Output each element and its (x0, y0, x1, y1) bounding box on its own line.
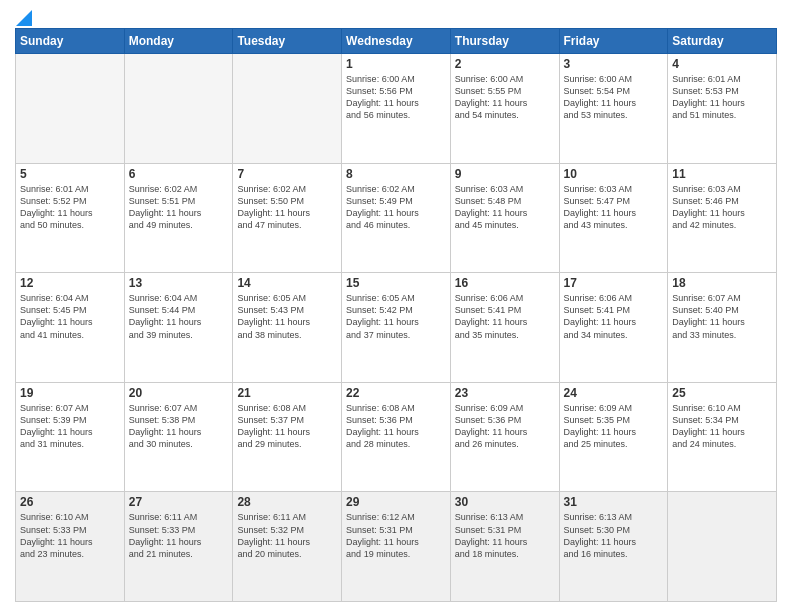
header (15, 10, 777, 22)
day-info: Sunrise: 6:08 AM Sunset: 5:36 PM Dayligh… (346, 402, 446, 451)
calendar: SundayMondayTuesdayWednesdayThursdayFrid… (15, 28, 777, 602)
day-cell: 22Sunrise: 6:08 AM Sunset: 5:36 PM Dayli… (342, 382, 451, 492)
col-header-sunday: Sunday (16, 29, 125, 54)
day-cell: 8Sunrise: 6:02 AM Sunset: 5:49 PM Daylig… (342, 163, 451, 273)
day-cell: 17Sunrise: 6:06 AM Sunset: 5:41 PM Dayli… (559, 273, 668, 383)
day-number: 28 (237, 495, 337, 509)
day-number: 11 (672, 167, 772, 181)
day-number: 30 (455, 495, 555, 509)
day-cell (668, 492, 777, 602)
day-number: 24 (564, 386, 664, 400)
day-number: 31 (564, 495, 664, 509)
day-cell: 31Sunrise: 6:13 AM Sunset: 5:30 PM Dayli… (559, 492, 668, 602)
day-info: Sunrise: 6:02 AM Sunset: 5:50 PM Dayligh… (237, 183, 337, 232)
logo-icon (16, 10, 32, 26)
day-number: 2 (455, 57, 555, 71)
day-number: 25 (672, 386, 772, 400)
day-cell: 24Sunrise: 6:09 AM Sunset: 5:35 PM Dayli… (559, 382, 668, 492)
day-number: 19 (20, 386, 120, 400)
day-cell: 7Sunrise: 6:02 AM Sunset: 5:50 PM Daylig… (233, 163, 342, 273)
day-number: 9 (455, 167, 555, 181)
calendar-header-row: SundayMondayTuesdayWednesdayThursdayFrid… (16, 29, 777, 54)
day-cell: 21Sunrise: 6:08 AM Sunset: 5:37 PM Dayli… (233, 382, 342, 492)
week-row-0: 1Sunrise: 6:00 AM Sunset: 5:56 PM Daylig… (16, 54, 777, 164)
col-header-wednesday: Wednesday (342, 29, 451, 54)
day-number: 27 (129, 495, 229, 509)
day-number: 7 (237, 167, 337, 181)
day-info: Sunrise: 6:07 AM Sunset: 5:40 PM Dayligh… (672, 292, 772, 341)
day-info: Sunrise: 6:01 AM Sunset: 5:52 PM Dayligh… (20, 183, 120, 232)
day-info: Sunrise: 6:01 AM Sunset: 5:53 PM Dayligh… (672, 73, 772, 122)
week-row-3: 19Sunrise: 6:07 AM Sunset: 5:39 PM Dayli… (16, 382, 777, 492)
day-cell (16, 54, 125, 164)
day-cell (124, 54, 233, 164)
day-cell: 19Sunrise: 6:07 AM Sunset: 5:39 PM Dayli… (16, 382, 125, 492)
day-cell: 27Sunrise: 6:11 AM Sunset: 5:33 PM Dayli… (124, 492, 233, 602)
day-info: Sunrise: 6:07 AM Sunset: 5:38 PM Dayligh… (129, 402, 229, 451)
day-info: Sunrise: 6:10 AM Sunset: 5:33 PM Dayligh… (20, 511, 120, 560)
day-info: Sunrise: 6:11 AM Sunset: 5:32 PM Dayligh… (237, 511, 337, 560)
day-info: Sunrise: 6:10 AM Sunset: 5:34 PM Dayligh… (672, 402, 772, 451)
day-number: 8 (346, 167, 446, 181)
day-info: Sunrise: 6:03 AM Sunset: 5:48 PM Dayligh… (455, 183, 555, 232)
day-cell: 20Sunrise: 6:07 AM Sunset: 5:38 PM Dayli… (124, 382, 233, 492)
day-number: 3 (564, 57, 664, 71)
day-number: 4 (672, 57, 772, 71)
day-info: Sunrise: 6:07 AM Sunset: 5:39 PM Dayligh… (20, 402, 120, 451)
day-number: 22 (346, 386, 446, 400)
day-info: Sunrise: 6:03 AM Sunset: 5:47 PM Dayligh… (564, 183, 664, 232)
day-info: Sunrise: 6:02 AM Sunset: 5:49 PM Dayligh… (346, 183, 446, 232)
day-number: 12 (20, 276, 120, 290)
day-info: Sunrise: 6:02 AM Sunset: 5:51 PM Dayligh… (129, 183, 229, 232)
day-number: 10 (564, 167, 664, 181)
day-cell: 15Sunrise: 6:05 AM Sunset: 5:42 PM Dayli… (342, 273, 451, 383)
day-cell (233, 54, 342, 164)
week-row-2: 12Sunrise: 6:04 AM Sunset: 5:45 PM Dayli… (16, 273, 777, 383)
day-info: Sunrise: 6:08 AM Sunset: 5:37 PM Dayligh… (237, 402, 337, 451)
day-cell: 9Sunrise: 6:03 AM Sunset: 5:48 PM Daylig… (450, 163, 559, 273)
day-info: Sunrise: 6:05 AM Sunset: 5:42 PM Dayligh… (346, 292, 446, 341)
col-header-friday: Friday (559, 29, 668, 54)
day-number: 29 (346, 495, 446, 509)
week-row-1: 5Sunrise: 6:01 AM Sunset: 5:52 PM Daylig… (16, 163, 777, 273)
day-info: Sunrise: 6:04 AM Sunset: 5:45 PM Dayligh… (20, 292, 120, 341)
day-info: Sunrise: 6:06 AM Sunset: 5:41 PM Dayligh… (455, 292, 555, 341)
day-number: 6 (129, 167, 229, 181)
day-info: Sunrise: 6:12 AM Sunset: 5:31 PM Dayligh… (346, 511, 446, 560)
day-cell: 18Sunrise: 6:07 AM Sunset: 5:40 PM Dayli… (668, 273, 777, 383)
day-cell: 2Sunrise: 6:00 AM Sunset: 5:55 PM Daylig… (450, 54, 559, 164)
day-cell: 28Sunrise: 6:11 AM Sunset: 5:32 PM Dayli… (233, 492, 342, 602)
day-cell: 1Sunrise: 6:00 AM Sunset: 5:56 PM Daylig… (342, 54, 451, 164)
day-cell: 13Sunrise: 6:04 AM Sunset: 5:44 PM Dayli… (124, 273, 233, 383)
day-cell: 23Sunrise: 6:09 AM Sunset: 5:36 PM Dayli… (450, 382, 559, 492)
day-info: Sunrise: 6:03 AM Sunset: 5:46 PM Dayligh… (672, 183, 772, 232)
day-number: 26 (20, 495, 120, 509)
col-header-thursday: Thursday (450, 29, 559, 54)
day-cell: 10Sunrise: 6:03 AM Sunset: 5:47 PM Dayli… (559, 163, 668, 273)
day-info: Sunrise: 6:00 AM Sunset: 5:55 PM Dayligh… (455, 73, 555, 122)
week-row-4: 26Sunrise: 6:10 AM Sunset: 5:33 PM Dayli… (16, 492, 777, 602)
day-cell: 14Sunrise: 6:05 AM Sunset: 5:43 PM Dayli… (233, 273, 342, 383)
day-number: 23 (455, 386, 555, 400)
day-info: Sunrise: 6:06 AM Sunset: 5:41 PM Dayligh… (564, 292, 664, 341)
day-number: 21 (237, 386, 337, 400)
day-cell: 4Sunrise: 6:01 AM Sunset: 5:53 PM Daylig… (668, 54, 777, 164)
day-cell: 3Sunrise: 6:00 AM Sunset: 5:54 PM Daylig… (559, 54, 668, 164)
day-cell: 12Sunrise: 6:04 AM Sunset: 5:45 PM Dayli… (16, 273, 125, 383)
logo (15, 10, 33, 22)
day-number: 20 (129, 386, 229, 400)
col-header-tuesday: Tuesday (233, 29, 342, 54)
day-info: Sunrise: 6:05 AM Sunset: 5:43 PM Dayligh… (237, 292, 337, 341)
col-header-saturday: Saturday (668, 29, 777, 54)
day-info: Sunrise: 6:04 AM Sunset: 5:44 PM Dayligh… (129, 292, 229, 341)
day-number: 5 (20, 167, 120, 181)
day-number: 18 (672, 276, 772, 290)
col-header-monday: Monday (124, 29, 233, 54)
day-info: Sunrise: 6:09 AM Sunset: 5:35 PM Dayligh… (564, 402, 664, 451)
day-number: 17 (564, 276, 664, 290)
day-cell: 6Sunrise: 6:02 AM Sunset: 5:51 PM Daylig… (124, 163, 233, 273)
day-cell: 29Sunrise: 6:12 AM Sunset: 5:31 PM Dayli… (342, 492, 451, 602)
day-info: Sunrise: 6:13 AM Sunset: 5:31 PM Dayligh… (455, 511, 555, 560)
day-number: 16 (455, 276, 555, 290)
day-cell: 30Sunrise: 6:13 AM Sunset: 5:31 PM Dayli… (450, 492, 559, 602)
